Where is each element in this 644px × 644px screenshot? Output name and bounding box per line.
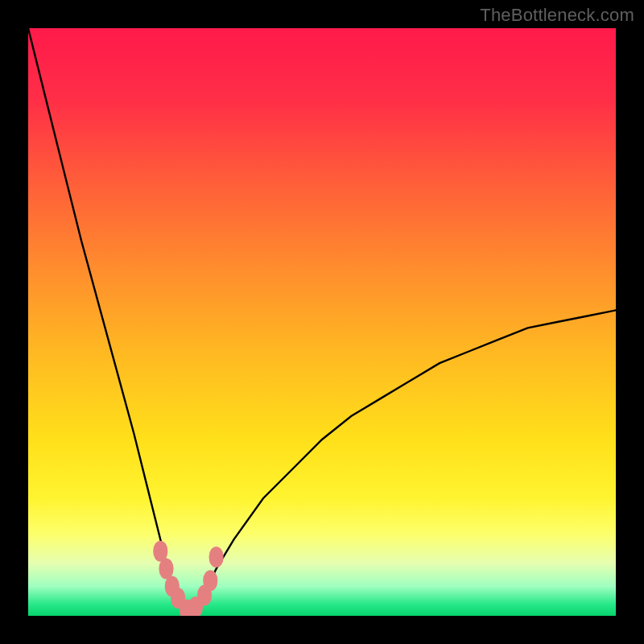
plot-area xyxy=(28,28,616,616)
highlighted-markers xyxy=(153,541,223,616)
marker-dot xyxy=(209,547,224,568)
chart-frame: TheBottleneck.com xyxy=(0,0,644,644)
watermark-text: TheBottleneck.com xyxy=(480,5,634,26)
curve-layer xyxy=(28,28,616,616)
bottleneck-curve xyxy=(28,28,616,610)
marker-dot xyxy=(203,570,217,591)
